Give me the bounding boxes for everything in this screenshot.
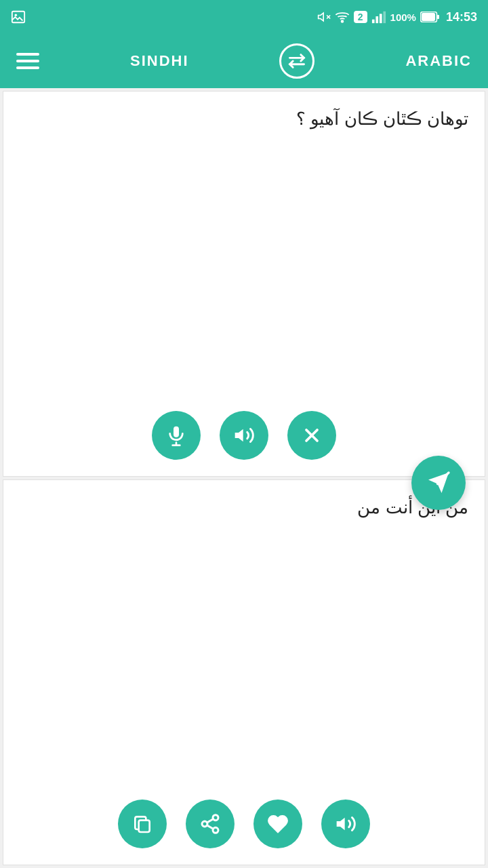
wifi-icon <box>335 9 350 24</box>
input-actions <box>3 397 485 476</box>
signal-icon <box>371 9 386 24</box>
svg-rect-11 <box>437 15 439 19</box>
svg-rect-18 <box>139 821 150 832</box>
svg-rect-12 <box>174 427 179 437</box>
clock: 14:53 <box>446 10 477 24</box>
svg-line-23 <box>207 819 213 823</box>
output-text: من أين أنت من <box>3 480 485 786</box>
status-right: 2 100% 14:53 <box>317 9 477 24</box>
output-panel: من أين أنت من <box>3 479 485 865</box>
input-panel: توهان ڪٿان ڪان آهيو ؟ <box>3 91 485 477</box>
svg-rect-5 <box>371 20 374 23</box>
svg-rect-10 <box>422 13 435 21</box>
svg-marker-15 <box>235 429 243 442</box>
output-actions <box>3 786 485 865</box>
menu-button[interactable] <box>16 53 39 69</box>
svg-rect-7 <box>379 14 382 23</box>
svg-point-4 <box>341 20 343 22</box>
microphone-button[interactable] <box>152 411 201 460</box>
status-left <box>11 9 26 24</box>
mute-icon <box>317 10 331 24</box>
status-bar: 2 100% 14:53 <box>0 0 488 34</box>
toolbar: SINDHI ARABIC <box>0 34 488 88</box>
speaker-output-button[interactable] <box>321 800 370 848</box>
svg-rect-6 <box>375 16 378 23</box>
svg-rect-0 <box>12 12 24 23</box>
copy-button[interactable] <box>118 800 167 848</box>
svg-marker-24 <box>337 818 345 831</box>
send-translate-button[interactable] <box>411 456 466 510</box>
svg-point-1 <box>15 14 18 16</box>
battery-icon <box>420 12 439 22</box>
source-language[interactable]: SINDHI <box>130 52 189 70</box>
image-icon <box>11 9 26 24</box>
target-language[interactable]: ARABIC <box>405 52 472 70</box>
sim-badge: 2 <box>354 11 367 23</box>
battery-percent: 100% <box>390 12 416 23</box>
svg-line-22 <box>207 825 213 829</box>
favorite-button[interactable] <box>253 800 302 848</box>
speaker-input-button[interactable] <box>220 411 268 460</box>
main-content: توهان ڪٿان ڪان آهيو ؟ <box>0 88 488 868</box>
input-text[interactable]: توهان ڪٿان ڪان آهيو ؟ <box>3 92 485 397</box>
swap-languages-button[interactable] <box>279 43 314 79</box>
clear-button[interactable] <box>287 411 336 460</box>
svg-rect-8 <box>383 12 386 23</box>
share-button[interactable] <box>186 800 235 848</box>
